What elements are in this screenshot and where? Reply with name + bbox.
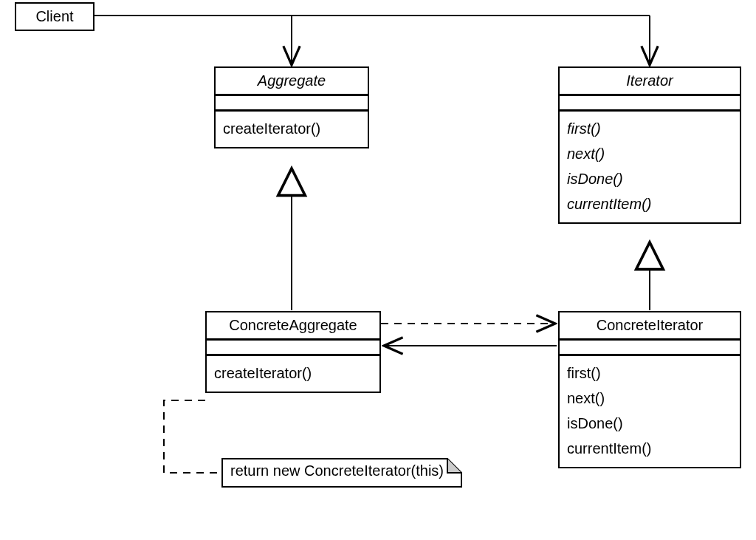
- iterator-name: Iterator: [560, 68, 740, 94]
- note-text: return new ConcreteIterator(this): [230, 462, 444, 479]
- class-aggregate: Aggregate createIterator(): [214, 66, 369, 148]
- concrete-iterator-op-isDone: isDone(): [567, 411, 732, 436]
- iterator-op-first: first(): [567, 116, 732, 141]
- aggregate-name: Aggregate: [216, 68, 368, 94]
- iterator-op-next: next(): [567, 141, 732, 166]
- iterator-op-isDone: isDone(): [567, 166, 732, 191]
- class-concrete-aggregate: ConcreteAggregate createIterator(): [205, 311, 381, 393]
- concrete-iterator-op-currentItem: currentItem(): [567, 436, 732, 461]
- iterator-op-currentItem: currentItem(): [567, 191, 732, 216]
- concrete-iterator-op-next: next(): [567, 386, 732, 411]
- class-client: Client: [15, 2, 94, 31]
- concrete-aggregate-op-createIterator: createIterator(): [214, 360, 372, 386]
- aggregate-op-createIterator: createIterator(): [223, 116, 360, 141]
- note-return-iterator: return new ConcreteIterator(this): [221, 458, 462, 488]
- class-concrete-iterator: ConcreteIterator first() next() isDone()…: [558, 311, 741, 468]
- concrete-iterator-op-first: first(): [567, 360, 732, 386]
- client-label: Client: [35, 8, 73, 24]
- concrete-iterator-name: ConcreteIterator: [560, 312, 740, 338]
- concrete-aggregate-name: ConcreteAggregate: [207, 312, 379, 338]
- uml-diagram: { "client": { "label": "Client" }, "aggr…: [0, 0, 756, 540]
- class-iterator: Iterator first() next() isDone() current…: [558, 66, 741, 224]
